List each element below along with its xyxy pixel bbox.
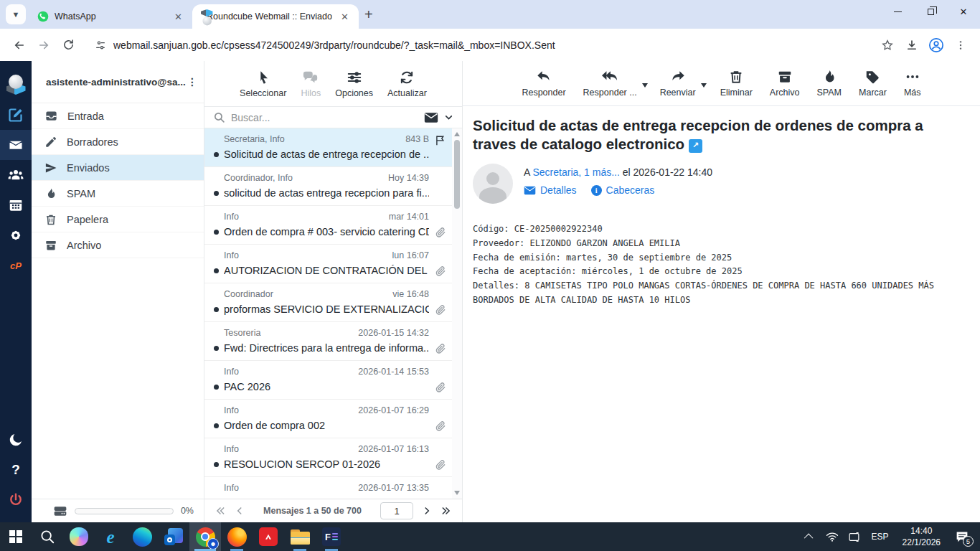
scrollbar-thumb[interactable] bbox=[454, 140, 460, 209]
start-button[interactable] bbox=[0, 522, 32, 551]
app-f-icon[interactable]: F bbox=[316, 522, 347, 551]
clock[interactable]: 14:40 22/1/2026 bbox=[897, 525, 946, 548]
reply-all-button[interactable]: Responder ... bbox=[580, 69, 640, 98]
internet-explorer-icon[interactable]: e bbox=[95, 522, 126, 551]
time-text: 14:40 bbox=[903, 525, 941, 537]
browser-menu-icon[interactable] bbox=[948, 33, 973, 57]
cpanel-logo[interactable]: cP bbox=[0, 250, 32, 281]
search-options-chevron-icon[interactable] bbox=[444, 113, 453, 122]
more-recipients-link[interactable]: 1 más... bbox=[584, 166, 620, 178]
help-icon[interactable]: ? bbox=[0, 455, 32, 485]
more-button[interactable]: Más bbox=[901, 69, 924, 98]
mail-nav-icon[interactable] bbox=[0, 130, 32, 160]
list-scrollbar[interactable] bbox=[452, 128, 462, 499]
contacts-nav-icon[interactable] bbox=[0, 160, 32, 190]
tab-roundcube[interactable]: Roundcube Webmail :: Enviados ✕ bbox=[192, 4, 359, 29]
options-button[interactable]: Opciones bbox=[335, 70, 373, 98]
message-row[interactable]: Info2026-01-07 16:13 RESOLUCION SERCOP 0… bbox=[204, 438, 462, 477]
quota-bar bbox=[75, 508, 174, 514]
calendar-nav-icon[interactable] bbox=[0, 190, 32, 220]
window-minimize-button[interactable] bbox=[881, 0, 914, 23]
site-info-icon[interactable] bbox=[95, 39, 106, 51]
firefox-icon[interactable] bbox=[221, 522, 253, 551]
acrobat-icon[interactable] bbox=[253, 522, 284, 551]
window-close-button[interactable]: ✕ bbox=[947, 0, 980, 23]
tray-chevron-icon[interactable] bbox=[801, 522, 819, 551]
list-toolbar: Seleccionar Hilos Opciones Actualizar bbox=[204, 61, 462, 106]
spam-button[interactable]: SPAM bbox=[814, 69, 845, 98]
forward-icon bbox=[669, 69, 687, 85]
threads-button[interactable]: Hilos bbox=[301, 70, 321, 98]
message-row[interactable]: Info2026-01-07 16:29 Orden de compra 002 bbox=[204, 400, 462, 438]
tab-close-icon[interactable]: ✕ bbox=[338, 10, 352, 24]
mark-button[interactable]: Marcar bbox=[856, 69, 890, 98]
scroll-up-icon[interactable] bbox=[454, 132, 460, 136]
logout-icon[interactable] bbox=[0, 485, 32, 515]
page-number-input[interactable] bbox=[380, 502, 413, 519]
recipient-link[interactable]: Secretaria, bbox=[532, 166, 581, 178]
compose-button[interactable] bbox=[0, 100, 32, 130]
outlook-icon[interactable] bbox=[158, 522, 189, 551]
search-input[interactable] bbox=[231, 112, 418, 123]
notification-center-icon[interactable]: 5 bbox=[950, 522, 974, 551]
flag-icon[interactable] bbox=[434, 134, 446, 146]
details-toggle[interactable]: Detalles bbox=[524, 184, 577, 196]
message-row[interactable]: Coordinadorvie 16:48 proformas SERVICIO … bbox=[204, 283, 462, 322]
tab-close-icon[interactable]: ✕ bbox=[171, 10, 185, 24]
quota-percent: 0% bbox=[181, 506, 194, 516]
downloads-icon[interactable] bbox=[900, 33, 924, 57]
taskbar-search-icon[interactable] bbox=[32, 522, 63, 551]
first-page-button[interactable] bbox=[215, 506, 226, 516]
file-explorer-icon[interactable] bbox=[284, 522, 316, 551]
language-indicator[interactable]: ESP bbox=[867, 532, 893, 542]
search-scope-mail-icon[interactable] bbox=[424, 112, 438, 123]
archive-button[interactable]: Archivo bbox=[767, 69, 803, 98]
profile-avatar-icon[interactable] bbox=[924, 33, 948, 57]
last-page-button[interactable] bbox=[440, 506, 452, 516]
wifi-icon[interactable] bbox=[823, 522, 842, 551]
folder-spam[interactable]: SPAM bbox=[32, 181, 204, 207]
select-button[interactable]: Seleccionar bbox=[240, 70, 286, 98]
window-restore-button[interactable] bbox=[914, 0, 947, 23]
folder-archivo[interactable]: Archivo bbox=[32, 232, 204, 258]
dark-mode-icon[interactable] bbox=[0, 425, 32, 455]
headers-toggle[interactable]: i Cabeceras bbox=[591, 184, 655, 196]
message-row[interactable]: Coordinador, InfoHoy 14:39 solicitud de … bbox=[204, 167, 462, 206]
next-page-button[interactable] bbox=[422, 506, 432, 516]
chrome-icon[interactable]: ☻ bbox=[189, 522, 221, 551]
message-row[interactable]: Infolun 16:07 AUTORIZACION DE CONTRATACI… bbox=[204, 245, 462, 283]
folder-papelera[interactable]: Papelera bbox=[32, 207, 204, 232]
delete-button[interactable]: Eliminar bbox=[717, 69, 755, 98]
reply-button[interactable]: Responder bbox=[519, 69, 568, 98]
forward-button[interactable]: Reenviar bbox=[657, 69, 699, 98]
message-row[interactable]: Infomar 14:01 Orden de compra # 003- ser… bbox=[204, 206, 462, 245]
folder-borradores[interactable]: Borradores bbox=[32, 129, 204, 155]
open-in-new-window-icon[interactable]: ↗ bbox=[689, 139, 702, 153]
reload-button[interactable] bbox=[56, 33, 80, 57]
folder-entrada[interactable]: Entrada bbox=[32, 103, 204, 129]
folder-enviados[interactable]: Enviados bbox=[32, 155, 204, 181]
copilot-icon[interactable] bbox=[63, 522, 95, 551]
scroll-down-icon[interactable] bbox=[454, 491, 460, 495]
reply-all-menu-caret[interactable] bbox=[642, 83, 648, 88]
refresh-button[interactable]: Actualizar bbox=[387, 70, 427, 98]
tab-whatsapp[interactable]: WhatsApp ✕ bbox=[29, 4, 192, 29]
address-bar[interactable]: webmail.sanjuan.gob.ec/cpsess4724500249/… bbox=[86, 33, 870, 57]
tab-search-button[interactable]: ▼ bbox=[6, 4, 26, 24]
message-row[interactable]: Secretaria, Info843 B Solicitud de actas… bbox=[204, 128, 462, 167]
edge-icon[interactable] bbox=[126, 522, 158, 551]
account-menu-icon[interactable]: ⋮ bbox=[187, 80, 198, 83]
info-icon: i bbox=[591, 185, 602, 196]
back-button[interactable] bbox=[7, 33, 32, 57]
forward-button[interactable] bbox=[32, 33, 56, 57]
tablet-mode-icon[interactable] bbox=[845, 522, 864, 551]
new-tab-button[interactable]: + bbox=[364, 6, 373, 23]
forward-menu-caret[interactable] bbox=[701, 83, 707, 88]
message-row[interactable]: Info2026-01-07 13:35 bbox=[204, 477, 462, 499]
settings-nav-icon[interactable] bbox=[0, 220, 32, 250]
prev-page-button[interactable] bbox=[235, 506, 245, 516]
reading-pane: Responder Responder ... Reenviar Elimina… bbox=[463, 61, 980, 522]
bookmark-star-icon[interactable] bbox=[875, 33, 900, 57]
message-row[interactable]: Info2026-01-14 15:53 PAC 2026 bbox=[204, 361, 462, 400]
message-row[interactable]: Tesoreria2026-01-15 14:32 Fwd: Directric… bbox=[204, 322, 462, 361]
